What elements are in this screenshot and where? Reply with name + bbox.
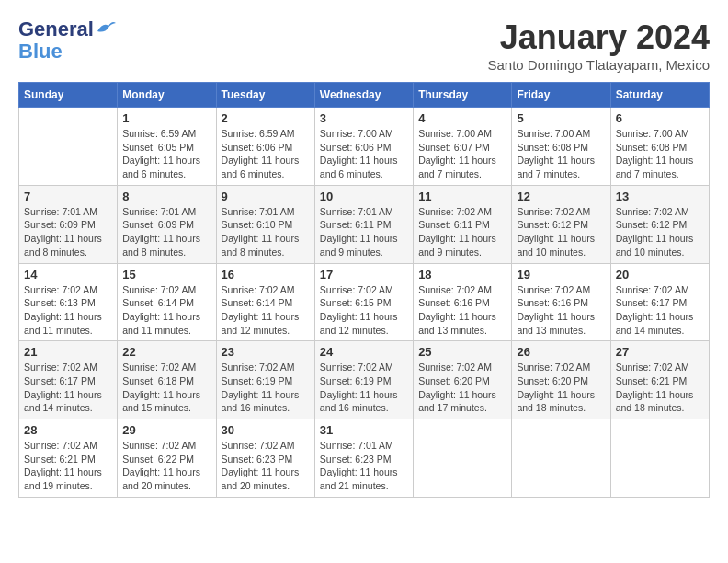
day-number: 8 [122, 190, 210, 203]
calendar-table: SundayMondayTuesdayWednesdayThursdayFrid… [18, 82, 710, 498]
day-number: 31 [320, 423, 408, 437]
day-number: 21 [24, 345, 112, 359]
calendar-cell: 3Sunrise: 7:00 AM Sunset: 6:06 PM Daylig… [314, 108, 413, 186]
calendar-cell [610, 419, 709, 498]
day-number: 22 [122, 345, 210, 359]
calendar-cell: 19Sunrise: 7:02 AM Sunset: 6:16 PM Dayli… [512, 263, 610, 341]
day-number: 16 [222, 268, 310, 282]
day-info: Sunrise: 7:01 AM Sunset: 6:09 PM Dayligh… [122, 205, 210, 259]
day-number: 2 [222, 111, 310, 125]
calendar-cell: 30Sunrise: 7:02 AM Sunset: 6:23 PM Dayli… [216, 419, 314, 498]
day-number: 20 [616, 268, 704, 282]
day-number: 27 [616, 345, 704, 359]
day-info: Sunrise: 7:02 AM Sunset: 6:14 PM Dayligh… [122, 283, 210, 338]
day-info: Sunrise: 7:02 AM Sunset: 6:15 PM Dayligh… [320, 283, 408, 338]
day-info: Sunrise: 7:01 AM Sunset: 6:11 PM Dayligh… [320, 205, 408, 259]
calendar-cell: 9Sunrise: 7:01 AM Sunset: 6:10 PM Daylig… [216, 185, 314, 263]
logo-text-blue: Blue [18, 40, 63, 63]
calendar-cell: 10Sunrise: 7:01 AM Sunset: 6:11 PM Dayli… [314, 185, 413, 263]
day-info: Sunrise: 7:02 AM Sunset: 6:19 PM Dayligh… [222, 361, 310, 415]
day-info: Sunrise: 7:00 AM Sunset: 6:06 PM Dayligh… [320, 127, 408, 181]
day-info: Sunrise: 7:02 AM Sunset: 6:21 PM Dayligh… [24, 439, 112, 493]
day-info: Sunrise: 6:59 AM Sunset: 6:06 PM Dayligh… [222, 127, 310, 181]
day-number: 6 [616, 111, 704, 125]
logo-bird-icon [96, 20, 116, 35]
day-number: 13 [616, 190, 704, 203]
calendar-cell [19, 108, 118, 186]
day-info: Sunrise: 7:02 AM Sunset: 6:14 PM Dayligh… [222, 283, 310, 338]
day-number: 17 [320, 268, 408, 282]
calendar-week-1: 1Sunrise: 6:59 AM Sunset: 6:05 PM Daylig… [19, 108, 710, 186]
calendar-week-2: 7Sunrise: 7:01 AM Sunset: 6:09 PM Daylig… [19, 185, 710, 263]
day-number: 9 [222, 190, 310, 203]
calendar-cell: 11Sunrise: 7:02 AM Sunset: 6:11 PM Dayli… [414, 185, 512, 263]
calendar-cell: 18Sunrise: 7:02 AM Sunset: 6:16 PM Dayli… [414, 263, 512, 341]
calendar-cell: 12Sunrise: 7:02 AM Sunset: 6:12 PM Dayli… [512, 185, 610, 263]
day-info: Sunrise: 7:02 AM Sunset: 6:22 PM Dayligh… [122, 439, 210, 493]
logo: General Blue [18, 18, 116, 63]
calendar-cell: 7Sunrise: 7:01 AM Sunset: 6:09 PM Daylig… [19, 185, 118, 263]
weekday-header-sunday: Sunday [19, 83, 118, 108]
day-number: 26 [517, 345, 605, 359]
calendar-cell: 26Sunrise: 7:02 AM Sunset: 6:20 PM Dayli… [512, 341, 610, 419]
calendar-cell: 28Sunrise: 7:02 AM Sunset: 6:21 PM Dayli… [19, 419, 118, 498]
day-info: Sunrise: 7:02 AM Sunset: 6:12 PM Dayligh… [517, 205, 605, 259]
weekday-header-monday: Monday [118, 83, 216, 108]
day-info: Sunrise: 7:02 AM Sunset: 6:12 PM Dayligh… [616, 205, 704, 259]
day-info: Sunrise: 7:00 AM Sunset: 6:08 PM Dayligh… [616, 127, 704, 181]
weekday-header-saturday: Saturday [610, 83, 709, 108]
logo-text-general: General [18, 18, 94, 40]
calendar-cell: 5Sunrise: 7:00 AM Sunset: 6:08 PM Daylig… [512, 108, 610, 186]
weekday-header-friday: Friday [512, 83, 610, 108]
calendar-cell: 4Sunrise: 7:00 AM Sunset: 6:07 PM Daylig… [414, 108, 512, 186]
calendar-cell: 8Sunrise: 7:01 AM Sunset: 6:09 PM Daylig… [118, 185, 216, 263]
calendar-cell: 24Sunrise: 7:02 AM Sunset: 6:19 PM Dayli… [314, 341, 413, 419]
day-info: Sunrise: 7:02 AM Sunset: 6:16 PM Dayligh… [517, 283, 605, 338]
day-info: Sunrise: 7:02 AM Sunset: 6:16 PM Dayligh… [418, 283, 506, 338]
day-number: 28 [24, 423, 112, 437]
day-info: Sunrise: 7:00 AM Sunset: 6:08 PM Dayligh… [517, 127, 605, 181]
calendar-week-3: 14Sunrise: 7:02 AM Sunset: 6:13 PM Dayli… [19, 263, 710, 341]
calendar-cell: 31Sunrise: 7:01 AM Sunset: 6:23 PM Dayli… [314, 419, 413, 498]
day-number: 30 [222, 423, 310, 437]
day-number: 11 [418, 190, 506, 203]
day-number: 15 [122, 268, 210, 282]
calendar-cell: 1Sunrise: 6:59 AM Sunset: 6:05 PM Daylig… [118, 108, 216, 186]
calendar-cell: 22Sunrise: 7:02 AM Sunset: 6:18 PM Dayli… [118, 341, 216, 419]
day-info: Sunrise: 7:01 AM Sunset: 6:09 PM Dayligh… [24, 205, 112, 259]
day-info: Sunrise: 7:02 AM Sunset: 6:19 PM Dayligh… [320, 361, 408, 415]
day-number: 23 [222, 345, 310, 359]
day-info: Sunrise: 7:02 AM Sunset: 6:17 PM Dayligh… [616, 283, 704, 338]
day-number: 3 [320, 111, 408, 125]
day-number: 25 [418, 345, 506, 359]
weekday-header-wednesday: Wednesday [314, 83, 413, 108]
calendar-header-row: SundayMondayTuesdayWednesdayThursdayFrid… [19, 83, 710, 108]
calendar-cell: 2Sunrise: 6:59 AM Sunset: 6:06 PM Daylig… [216, 108, 314, 186]
day-number: 10 [320, 190, 408, 203]
calendar-cell: 16Sunrise: 7:02 AM Sunset: 6:14 PM Dayli… [216, 263, 314, 341]
calendar-week-4: 21Sunrise: 7:02 AM Sunset: 6:17 PM Dayli… [19, 341, 710, 419]
month-title: January 2024 [487, 18, 710, 57]
day-number: 24 [320, 345, 408, 359]
day-info: Sunrise: 7:01 AM Sunset: 6:23 PM Dayligh… [320, 439, 408, 493]
calendar-cell: 27Sunrise: 7:02 AM Sunset: 6:21 PM Dayli… [610, 341, 709, 419]
calendar-cell: 15Sunrise: 7:02 AM Sunset: 6:14 PM Dayli… [118, 263, 216, 341]
day-number: 18 [418, 268, 506, 282]
calendar-cell [512, 419, 610, 498]
calendar-cell: 25Sunrise: 7:02 AM Sunset: 6:20 PM Dayli… [414, 341, 512, 419]
day-info: Sunrise: 7:02 AM Sunset: 6:17 PM Dayligh… [24, 361, 112, 415]
day-info: Sunrise: 6:59 AM Sunset: 6:05 PM Dayligh… [122, 127, 210, 181]
day-info: Sunrise: 7:00 AM Sunset: 6:07 PM Dayligh… [418, 127, 506, 181]
day-info: Sunrise: 7:02 AM Sunset: 6:23 PM Dayligh… [222, 439, 310, 493]
calendar-cell [414, 419, 512, 498]
calendar-cell: 13Sunrise: 7:02 AM Sunset: 6:12 PM Dayli… [610, 185, 709, 263]
day-number: 4 [418, 111, 506, 125]
day-number: 29 [122, 423, 210, 437]
title-block: January 2024 Santo Domingo Tlatayapam, M… [487, 18, 710, 73]
day-number: 1 [122, 111, 210, 125]
weekday-header-thursday: Thursday [414, 83, 512, 108]
day-number: 5 [517, 111, 605, 125]
page-header: General Blue January 2024 Santo Domingo … [18, 18, 710, 73]
day-info: Sunrise: 7:02 AM Sunset: 6:18 PM Dayligh… [122, 361, 210, 415]
day-number: 19 [517, 268, 605, 282]
